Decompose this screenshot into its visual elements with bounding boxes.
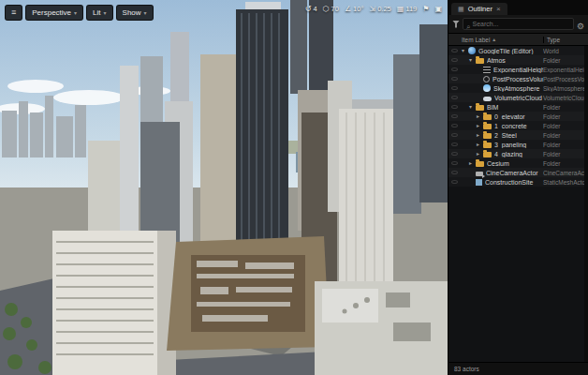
row-type: Folder xyxy=(543,123,588,129)
visibility-eye-icon[interactable] xyxy=(451,152,458,156)
expander-icon[interactable]: ▾ xyxy=(469,57,476,63)
filter-funnel-icon[interactable] xyxy=(452,21,460,28)
visibility-eye-icon[interactable] xyxy=(451,124,458,128)
tab-outliner[interactable]: Outliner xyxy=(451,3,507,15)
row-label: Atmos xyxy=(487,57,543,64)
expander-icon[interactable]: ▸ xyxy=(469,160,476,166)
row-label: Cesium xyxy=(487,160,543,167)
row-type: World xyxy=(543,48,588,54)
visibility-eye-icon[interactable] xyxy=(451,77,458,81)
outliner-row[interactable]: ▸4_glazingFolder xyxy=(448,149,588,158)
row-label: ConstructionSite xyxy=(485,179,543,186)
perspective-dropdown[interactable]: Perspective xyxy=(25,5,83,21)
visibility-eye-icon[interactable] xyxy=(451,161,458,165)
show-label: Show xyxy=(123,9,141,17)
outliner-row[interactable]: ▾BIMFolder xyxy=(448,102,588,112)
row-label: 3_paneling xyxy=(494,142,543,148)
row-label: 0_elevator xyxy=(494,113,543,120)
outliner-row[interactable]: ▾GoogleTile (Editor)World xyxy=(448,46,588,55)
visibility-eye-icon[interactable] xyxy=(451,114,458,118)
folder-icon xyxy=(483,124,492,129)
outliner-scrollbar[interactable] xyxy=(584,46,588,362)
row-label: BIM xyxy=(487,104,543,111)
show-dropdown[interactable]: Show xyxy=(116,5,154,21)
scale-snap-icon[interactable]: ⇲0.25 xyxy=(369,5,390,13)
visibility-eye-icon[interactable] xyxy=(451,96,458,99)
bookmark-icon[interactable]: ⚑ xyxy=(422,5,429,13)
row-type: Folder xyxy=(543,57,588,64)
row-label: SkyAtmosphere xyxy=(493,85,543,92)
row-type: Folder xyxy=(543,132,588,139)
row-type: ExponentialHeightFog xyxy=(543,67,588,73)
visibility-eye-icon[interactable] xyxy=(451,58,458,62)
outliner-row[interactable]: CineCameraActorCineCameraActor xyxy=(448,168,588,177)
row-label: 1_concrete xyxy=(494,123,543,129)
maximize-icon[interactable]: ▣ xyxy=(434,5,442,13)
visibility-eye-icon[interactable] xyxy=(451,105,458,109)
row-type: VolumetricCloud xyxy=(543,95,588,101)
outliner-row[interactable]: ▾AtmosFolder xyxy=(448,55,588,65)
column-type[interactable]: Type xyxy=(543,37,588,43)
visibility-eye-icon[interactable] xyxy=(451,133,458,137)
visibility-eye-icon[interactable] xyxy=(451,171,458,174)
world-icon xyxy=(468,47,476,54)
outliner-search-row xyxy=(448,15,588,34)
sort-ascending-icon: ▲ xyxy=(492,37,496,42)
gear-icon[interactable] xyxy=(577,16,584,33)
visibility-eye-icon[interactable] xyxy=(451,68,458,71)
row-label: PostProcessVolume xyxy=(492,76,543,82)
outliner-row[interactable]: ExponentialHeightFogExponentialHeightFog xyxy=(448,65,588,74)
lit-label: Lit xyxy=(93,9,100,17)
outliner-row[interactable]: PostProcessVolumePostProcessVolume xyxy=(448,74,588,83)
folder-icon xyxy=(483,152,492,158)
viewport-menu-button[interactable] xyxy=(5,5,22,21)
outliner-footer: 83 actors xyxy=(448,362,588,375)
folder-icon xyxy=(483,133,492,139)
3d-viewport[interactable]: Perspective Lit Show ↺4⬡70∠10°⇲0.25▦119⚑… xyxy=(0,0,448,375)
expander-icon[interactable]: ▾ xyxy=(469,104,476,110)
rewind-icon[interactable]: ↺4 xyxy=(305,5,317,13)
folder-icon xyxy=(476,161,484,167)
mesh-icon xyxy=(476,179,482,186)
row-type: Folder xyxy=(543,104,588,111)
chevron-down-icon xyxy=(104,9,107,17)
camera-speed-icon[interactable]: ▦119 xyxy=(397,5,418,13)
fog-icon xyxy=(483,67,491,73)
row-type: CineCameraActor xyxy=(543,170,588,176)
outliner-row[interactable]: ▸3_panelingFolder xyxy=(448,140,588,149)
row-type: SkyAtmosphere xyxy=(543,85,588,92)
viewport-scene xyxy=(0,0,448,375)
visibility-eye-icon[interactable] xyxy=(451,86,458,90)
column-item-label[interactable]: Item Label ▲ xyxy=(462,37,543,43)
outliner-icon xyxy=(458,5,464,13)
expander-icon[interactable]: ▸ xyxy=(477,113,483,119)
viewport-stats: ↺4⬡70∠10°⇲0.25▦119⚑▣ xyxy=(305,5,442,13)
outliner-row[interactable]: ▸2_SteelFolder xyxy=(448,130,588,140)
expander-icon[interactable]: ▸ xyxy=(477,132,483,138)
expander-icon[interactable]: ▾ xyxy=(462,48,468,53)
search-box[interactable] xyxy=(463,18,574,30)
expander-icon[interactable]: ▸ xyxy=(477,151,483,157)
fov-icon[interactable]: ⬡70 xyxy=(323,5,339,13)
visibility-eye-icon[interactable] xyxy=(451,49,458,52)
outliner-rows: ▾GoogleTile (Editor)World▾AtmosFolderExp… xyxy=(448,46,588,362)
row-type: PostProcessVolume xyxy=(543,76,588,82)
visibility-eye-icon[interactable] xyxy=(451,180,458,184)
outliner-row[interactable]: ▸1_concreteFolder xyxy=(448,121,588,130)
outliner-row[interactable]: SkyAtmosphereSkyAtmosphere xyxy=(448,83,588,93)
outliner-row[interactable]: ▸CesiumFolder xyxy=(448,158,588,168)
outliner-row[interactable]: ▸0_elevatorFolder xyxy=(448,112,588,121)
row-label: ExponentialHeightFog xyxy=(493,67,543,73)
rotation-snap-icon[interactable]: ∠10° xyxy=(345,5,364,13)
expander-icon[interactable]: ▸ xyxy=(477,142,483,147)
lit-dropdown[interactable]: Lit xyxy=(86,5,112,21)
outliner-row[interactable]: ConstructionSiteStaticMeshActor xyxy=(448,177,588,187)
row-label: GoogleTile (Editor) xyxy=(478,48,543,54)
close-icon[interactable] xyxy=(496,5,501,13)
perspective-label: Perspective xyxy=(32,9,71,17)
search-input[interactable] xyxy=(472,21,569,27)
expander-icon[interactable]: ▸ xyxy=(477,123,483,128)
folder-icon xyxy=(476,105,484,111)
visibility-eye-icon[interactable] xyxy=(451,142,458,146)
outliner-row[interactable]: VolumetricCloudVolumetricCloud xyxy=(448,93,588,102)
